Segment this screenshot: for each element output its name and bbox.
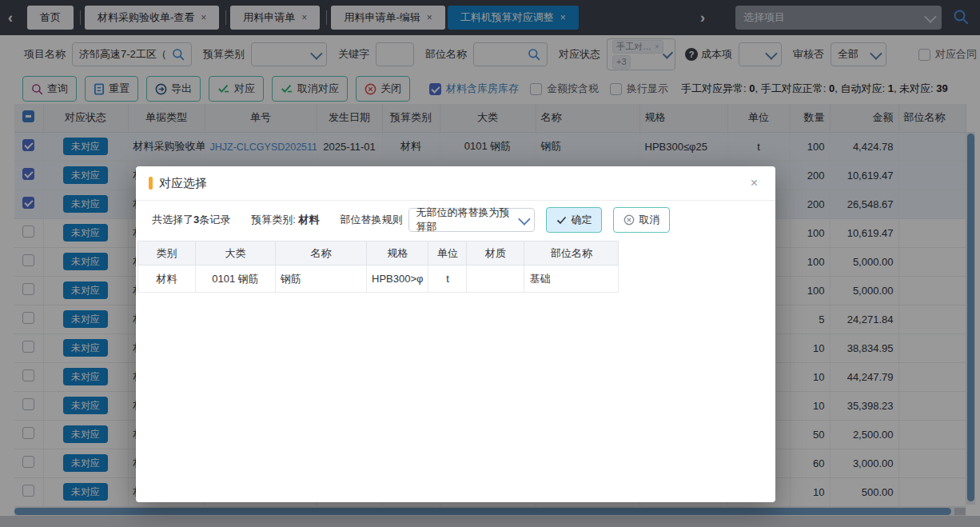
cancel-circle-icon: [623, 214, 635, 226]
confirm-button[interactable]: 确定: [546, 207, 602, 233]
dialog-column-header: 单位: [428, 242, 467, 265]
cancel-button[interactable]: 取消: [613, 207, 670, 233]
dialog-column-header: 材质: [467, 242, 524, 265]
dialog-cell: 材料: [138, 265, 196, 293]
check-icon: [556, 216, 567, 225]
dialog-cell: HPB300>φ: [367, 265, 428, 293]
dialog-cell: t: [428, 265, 467, 293]
dialog-table-row[interactable]: 材料0101 钢筋钢筋HPB300>φt基础: [138, 265, 619, 293]
dialog-header: 对应选择 ×: [136, 166, 775, 201]
dialog-table: 类别大类名称规格单位材质部位名称 材料0101 钢筋钢筋HPB300>φt基础: [137, 241, 619, 293]
selected-count-text: 共选择了3条记录: [152, 213, 230, 227]
dialog-column-header: 部位名称: [524, 242, 619, 265]
dialog-column-header: 大类: [196, 242, 276, 265]
dialog-toolbar: 共选择了3条记录 预算类别: 材料 部位替换规则 无部位的将替换为预算部 确定 …: [136, 201, 775, 239]
dialog-column-header: 规格: [367, 242, 428, 265]
dialog-table-header: 类别大类名称规格单位材质部位名称: [138, 242, 619, 265]
chevron-down-icon: [519, 213, 532, 226]
dialog-cell: [467, 265, 524, 293]
dialog-cell: 0101 钢筋: [196, 265, 276, 293]
title-marker-icon: [149, 177, 153, 190]
part-rule-label: 部位替换规则: [340, 213, 402, 227]
dialog-column-header: 名称: [276, 242, 367, 265]
dialog-cell: 基础: [524, 265, 619, 293]
dialog-column-header: 类别: [138, 242, 196, 265]
budget-category-text: 预算类别: 材料: [251, 213, 319, 227]
match-selection-dialog: 对应选择 × 共选择了3条记录 预算类别: 材料 部位替换规则 无部位的将替换为…: [136, 166, 775, 502]
dialog-cell: 钢筋: [276, 265, 367, 293]
dialog-title: 对应选择: [159, 176, 746, 191]
dialog-close-icon[interactable]: ×: [746, 176, 763, 190]
part-rule-select[interactable]: 无部位的将替换为预算部: [408, 208, 535, 232]
